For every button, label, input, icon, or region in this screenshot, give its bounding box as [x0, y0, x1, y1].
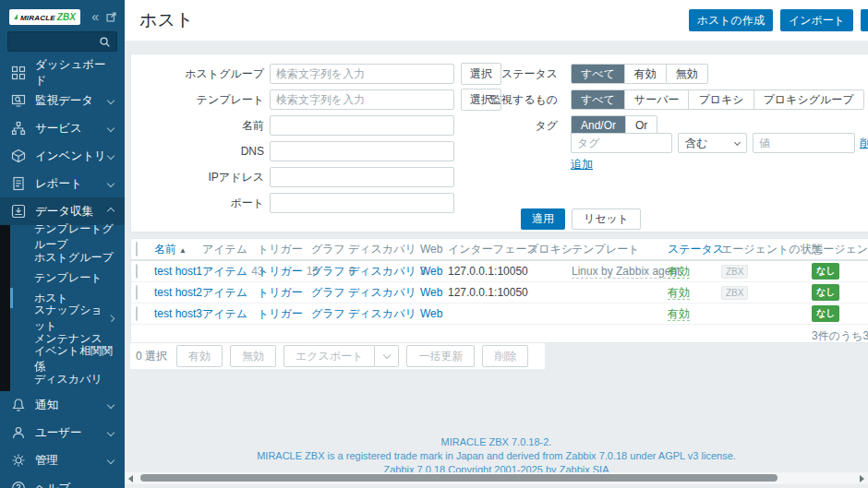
discovery-link[interactable]: ディスカバリ	[348, 265, 416, 278]
dns-input[interactable]	[270, 141, 454, 161]
port-input[interactable]	[270, 193, 454, 213]
tag-or-option[interactable]: Or	[625, 116, 657, 135]
logo-product-text: ZBX	[57, 12, 76, 22]
sidebar-search-input[interactable]	[14, 35, 99, 48]
items-link[interactable]: アイテム	[202, 265, 247, 278]
chevron-up-icon	[107, 208, 115, 215]
sub-item-label: ホストグループ	[34, 250, 114, 266]
monitored-proxy-option[interactable]: プロキシ	[688, 90, 753, 109]
sidebar-item-templates[interactable]: テンプレート	[0, 268, 125, 288]
sidebar-item-users[interactable]: ユーザー	[0, 419, 125, 446]
status-disabled-option[interactable]: 無効	[666, 65, 707, 83]
status-enabled-option[interactable]: 有効	[624, 65, 666, 83]
ip-input[interactable]	[270, 167, 454, 187]
triggers-link[interactable]: トリガー	[258, 307, 303, 320]
table-row: test host3 アイテム トリガー グラフ ディスカバリ Web 有効 な…	[131, 304, 868, 325]
status-enabled-link[interactable]: 有効	[668, 307, 690, 321]
discovery-link[interactable]: ディスカバリ	[348, 307, 416, 320]
apply-button[interactable]: 適用	[521, 208, 565, 230]
name-input[interactable]	[270, 115, 454, 136]
graphs-link[interactable]: グラフ	[311, 286, 345, 299]
items-link[interactable]: アイテム	[202, 286, 247, 299]
delete-button[interactable]: 削除	[482, 345, 528, 367]
graphs-link[interactable]: グラフ	[311, 265, 345, 278]
host-group-input[interactable]	[270, 64, 454, 84]
items-link[interactable]: アイテム	[202, 307, 247, 320]
collapse-sidebar-icon[interactable]: «	[91, 10, 99, 23]
template-filter-label: テンプレート	[131, 89, 264, 110]
web-link[interactable]: Web	[420, 307, 448, 320]
sidebar-item-discovery[interactable]: ディスカバリ	[0, 369, 125, 389]
disable-button[interactable]: 無効	[230, 345, 276, 367]
sub-item-label: ディスカバリ	[34, 372, 102, 387]
sidebar-item-notifications[interactable]: 通知	[0, 391, 125, 419]
sidebar-item-snapshot[interactable]: スナップショット	[0, 308, 125, 328]
scroll-right-arrow[interactable]	[860, 475, 864, 482]
sidebar-item-monitoring[interactable]: 監視データ	[0, 87, 125, 114]
sidebar-item-services[interactable]: サービス	[0, 114, 125, 142]
sidebar-item-template-groups[interactable]: テンプレートグループ	[0, 227, 125, 247]
sidebar-item-label: ユーザー	[35, 425, 82, 441]
sidebar-item-dashboard[interactable]: ダッシュボード	[0, 59, 125, 87]
graphs-link[interactable]: グラフ	[311, 307, 345, 320]
miracle-zbx-logo[interactable]: MIRACLE ZBX	[9, 9, 80, 25]
host-name-link[interactable]: test host2	[154, 286, 202, 299]
agent-state-badge: ZBX	[721, 265, 748, 279]
triggers-link[interactable]: トリガー	[258, 265, 303, 278]
sidebar-item-inventory[interactable]: インベントリ	[0, 142, 125, 170]
host-name-link[interactable]: test host3	[154, 307, 202, 320]
leaf-icon	[14, 14, 18, 19]
sidebar-item-reports[interactable]: レポート	[0, 170, 125, 197]
triggers-link[interactable]: トリガー	[258, 286, 303, 299]
interface-cell: 127.0.0.1:10050	[448, 286, 527, 299]
tag-name-input[interactable]	[571, 133, 672, 153]
status-all-option[interactable]: すべて	[572, 65, 624, 83]
template-input[interactable]	[270, 89, 454, 110]
row-checkbox[interactable]	[136, 285, 138, 300]
monitored-by-segmented-control: すべて サーバー プロキシ プロキシグループ	[571, 89, 864, 110]
host-name-link[interactable]: test host1	[154, 265, 202, 278]
import-button[interactable]: インポート	[780, 9, 853, 31]
search-icon[interactable]	[99, 36, 111, 48]
row-checkbox[interactable]	[136, 264, 138, 279]
scrollbar-track[interactable]	[133, 472, 860, 484]
web-link[interactable]: Web	[420, 286, 448, 299]
tag-value-input[interactable]	[753, 133, 855, 153]
template-link[interactable]: Linux by Zabbix agent	[572, 265, 680, 279]
status-enabled-link[interactable]: 有効	[668, 286, 690, 300]
discovery-link[interactable]: ディスカバリ	[348, 286, 416, 299]
sort-by-status-header[interactable]: ステータス	[668, 242, 721, 257]
create-host-button[interactable]: ホストの作成	[689, 9, 773, 31]
horizontal-scrollbar[interactable]	[125, 472, 868, 484]
row-checkbox[interactable]	[136, 306, 138, 321]
sort-by-name-header[interactable]: 名前▲	[154, 242, 202, 257]
sidebar-item-event-correlation[interactable]: イベント相関関係	[0, 349, 125, 369]
export-dropdown-button[interactable]	[375, 345, 399, 367]
monitored-all-option[interactable]: すべて	[572, 90, 624, 109]
reset-button[interactable]: リセット	[572, 208, 641, 230]
sort-asc-icon: ▲	[179, 246, 187, 255]
export-button[interactable]: エクスポート	[283, 345, 375, 367]
monitored-proxy-group-option[interactable]: プロキシグループ	[753, 90, 863, 109]
sidebar-item-host-groups[interactable]: ホストグループ	[0, 247, 125, 268]
monitored-server-option[interactable]: サーバー	[624, 90, 689, 109]
status-enabled-link[interactable]: 有効	[668, 265, 690, 279]
status-filter-label: ステータス	[456, 64, 558, 84]
web-link[interactable]: Web	[420, 265, 448, 278]
table-header-row: 名前▲ アイテム トリガー グラフ ディスカバリ Web インターフェース プロ…	[131, 239, 868, 261]
page-footer: MIRACLE ZBX 7.0.18-2. MIRACLE ZBX is a r…	[125, 435, 868, 477]
tag-andor-option[interactable]: And/Or	[572, 116, 625, 135]
tag-remove-link[interactable]: 削除	[860, 133, 868, 153]
tag-operator-select[interactable]: 含む	[678, 133, 747, 153]
enable-button[interactable]: 有効	[176, 345, 223, 367]
sidebar-item-help[interactable]: ヘルプ	[0, 474, 125, 488]
tag-add-link[interactable]: 追加	[571, 154, 593, 174]
popout-icon[interactable]	[105, 11, 117, 23]
logo-row: MIRACLE ZBX «	[0, 0, 125, 30]
select-all-checkbox[interactable]	[136, 242, 138, 256]
mass-update-button[interactable]: 一括更新	[406, 345, 475, 367]
clipped-header-button[interactable]	[861, 9, 868, 31]
encryption-badge: なし	[812, 284, 839, 301]
sidebar-item-admin[interactable]: 管理	[0, 446, 125, 474]
scrollbar-thumb[interactable]	[140, 474, 778, 482]
